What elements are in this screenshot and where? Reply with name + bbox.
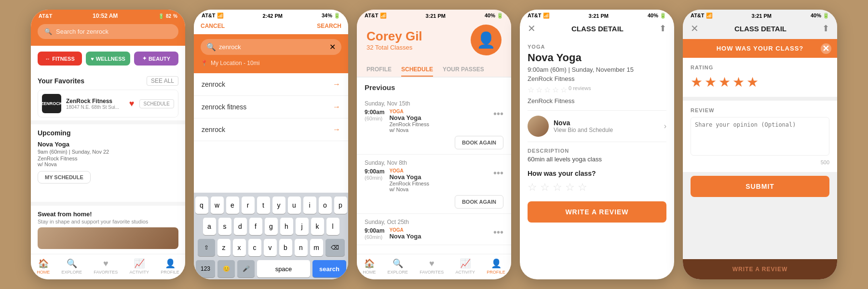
filled-star-3[interactable]: ★ (719, 74, 731, 90)
book-again-button-2[interactable]: BOOK AGAIN (455, 195, 503, 209)
key-e[interactable]: e (226, 197, 239, 214)
key-j[interactable]: j (296, 218, 309, 235)
key-l[interactable]: l (326, 218, 339, 235)
favorite-item[interactable]: ZENROCK ZenRock Fitness 18047 N.E. 68th … (38, 90, 178, 118)
key-w[interactable]: w (211, 197, 224, 214)
key-p[interactable]: p (334, 197, 347, 214)
key-space[interactable]: space (257, 260, 310, 277)
key-h[interactable]: h (280, 218, 293, 235)
filled-star-2[interactable]: ★ (705, 74, 717, 90)
key-shift[interactable]: ⇧ (198, 239, 215, 256)
key-t[interactable]: t (257, 197, 270, 214)
search-header-button[interactable]: SEARCH (317, 23, 341, 29)
book-again-button-1[interactable]: BOOK AGAIN (455, 136, 503, 149)
rate-star-4[interactable]: ☆ (565, 181, 575, 194)
rate-star-3[interactable]: ☆ (553, 181, 562, 194)
filled-star-4[interactable]: ★ (732, 74, 745, 90)
nav-profile-1[interactable]: 👤 PROFILE (161, 258, 179, 275)
result-item-3[interactable]: zenrock → (194, 118, 348, 141)
search-bar-1[interactable]: 🔍 Search for zenrock (38, 24, 178, 39)
see-all-button[interactable]: SEE ALL (147, 76, 178, 86)
star-1[interactable]: ☆ (528, 85, 534, 94)
key-k[interactable]: k (311, 218, 324, 235)
profile-tabs: PROFILE SCHEDULE YOUR PASSES (357, 63, 511, 78)
result-item-2[interactable]: zenrock fitness → (194, 96, 348, 118)
key-o[interactable]: o (319, 197, 332, 214)
key-m[interactable]: m (310, 239, 323, 256)
search-input-2[interactable]: zenrock (219, 43, 326, 51)
cancel-button[interactable]: CANCEL (201, 23, 225, 29)
rate-star-1[interactable]: ☆ (528, 181, 537, 194)
class-dots-2[interactable]: ••• (493, 168, 503, 178)
review-textarea-5[interactable] (691, 117, 829, 156)
star-5[interactable]: ☆ (560, 85, 567, 94)
star-2[interactable]: ☆ (536, 85, 542, 94)
result-item-1[interactable]: zenrock → (194, 73, 348, 96)
filled-star-1[interactable]: ★ (691, 74, 703, 90)
key-f[interactable]: f (249, 218, 262, 235)
fitness-button[interactable]: ↔ FITNESS (38, 52, 82, 66)
key-mic[interactable]: 🎤 (237, 260, 255, 277)
instructor-row-4[interactable]: Nova View Bio and Schedule › (528, 110, 666, 142)
key-123[interactable]: 123 (196, 260, 215, 277)
key-r[interactable]: r (242, 197, 255, 214)
nav-home-3[interactable]: 🏠 HOME (363, 258, 376, 275)
nav-profile-3[interactable]: 👤 PROFILE (487, 258, 505, 275)
star-3[interactable]: ☆ (544, 85, 551, 94)
rate-star-2[interactable]: ☆ (540, 181, 550, 194)
class-dots-1[interactable]: ••• (493, 109, 503, 118)
submit-button-5[interactable]: SUBMIT (691, 176, 829, 197)
nav-activity-3[interactable]: 📈 ACTIVITY (455, 258, 475, 275)
write-review-button-4[interactable]: WRITE A REVIEW (528, 201, 666, 223)
class-name-2: Nova Yoga (389, 173, 488, 181)
key-delete[interactable]: ⌫ (326, 239, 345, 256)
favorites-icon-3: ♥ (429, 259, 434, 269)
banner-close-button[interactable]: ✕ (821, 43, 831, 54)
share-icon-5[interactable]: ⬆ (822, 23, 829, 34)
key-z[interactable]: z (217, 239, 231, 256)
class-schedule-4: 9:00am (60m) | Sunday, November 15 (528, 66, 666, 73)
key-n[interactable]: n (295, 239, 308, 256)
key-d[interactable]: d (234, 218, 247, 235)
key-search[interactable]: search (312, 260, 346, 277)
close-button-4[interactable]: ✕ (528, 23, 536, 34)
wellness-button[interactable]: ♥ WELLNESS (86, 52, 130, 66)
nav-explore-3[interactable]: 🔍 EXPLORE (387, 258, 408, 275)
my-schedule-button[interactable]: MY SCHEDULE (38, 171, 91, 184)
write-review-button-5[interactable]: WRITE A REVIEW (683, 259, 837, 279)
key-g[interactable]: g (265, 218, 278, 235)
phone2-search-box[interactable]: 🔍 zenrock ✕ (201, 39, 341, 55)
class-dots-3[interactable]: ••• (493, 227, 503, 237)
wellness-label: WELLNESS (96, 56, 125, 62)
clear-icon[interactable]: ✕ (329, 42, 336, 52)
key-c[interactable]: c (248, 239, 261, 256)
result-arrow-1: → (333, 80, 340, 89)
key-v[interactable]: v (264, 239, 277, 256)
tab-profile[interactable]: PROFILE (366, 63, 392, 77)
key-a[interactable]: a (203, 218, 216, 235)
filled-star-5[interactable]: ★ (746, 74, 759, 90)
nav-home-1[interactable]: 🏠 HOME (37, 258, 50, 275)
nav-activity-1[interactable]: 📈 ACTIVITY (129, 258, 149, 275)
key-y[interactable]: y (272, 197, 285, 214)
key-x[interactable]: x (233, 239, 246, 256)
close-button-5[interactable]: ✕ (691, 23, 699, 34)
tab-schedule[interactable]: SCHEDULE (401, 63, 433, 77)
star-4[interactable]: ☆ (552, 85, 559, 94)
share-icon-4[interactable]: ⬆ (659, 23, 666, 34)
nav-explore-1[interactable]: 🔍 EXPLORE (61, 258, 82, 275)
tab-passes[interactable]: YOUR PASSES (443, 63, 484, 77)
key-q[interactable]: q (195, 197, 208, 214)
class-teacher-2: w/ Nova (389, 186, 488, 192)
schedule-button[interactable]: SCHEDULE (139, 99, 174, 108)
location-row[interactable]: 📍 My Location - 10mi (201, 60, 341, 66)
nav-favorites-3[interactable]: ♥ FAVORITES (420, 259, 444, 275)
rate-star-5[interactable]: ☆ (578, 181, 587, 194)
beauty-button[interactable]: ✦ BEAUTY (134, 52, 178, 66)
key-b[interactable]: b (279, 239, 292, 256)
key-s[interactable]: s (218, 218, 231, 235)
key-emoji[interactable]: 😊 (217, 260, 235, 277)
nav-favorites-1[interactable]: ♥ FAVORITES (94, 259, 118, 275)
key-i[interactable]: i (303, 197, 316, 214)
key-u[interactable]: u (288, 197, 301, 214)
